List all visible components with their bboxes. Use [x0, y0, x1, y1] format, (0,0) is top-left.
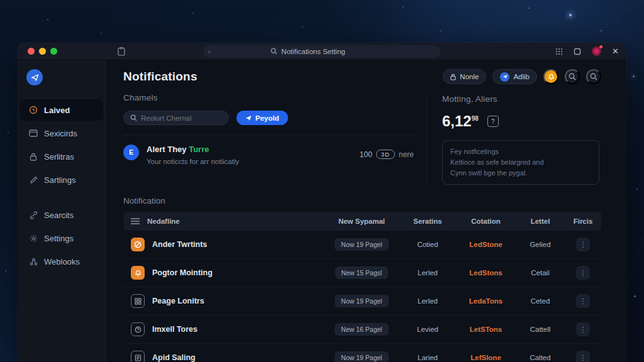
row-status: Laried — [399, 354, 456, 361]
star — [440, 30, 441, 31]
none-button-label: Nonle — [460, 73, 479, 80]
none-button[interactable]: Nonle — [443, 69, 486, 84]
titlebar-search[interactable]: ‹ — [203, 45, 441, 58]
row-badge: Now 19 Pagel — [335, 295, 388, 307]
adlib-avatar-icon — [500, 72, 509, 82]
table-row[interactable]: Pogtor Mointing New 15 Pagsl Lerled LedS… — [123, 259, 601, 287]
page-title: Notifications — [123, 70, 197, 84]
peyold-button[interactable]: Peyold — [236, 111, 288, 125]
sidebar-divider — [18, 192, 105, 202]
alert-channel-row[interactable]: E Alert They Turre Your noticcts for arr… — [123, 145, 414, 165]
table-row[interactable]: Peage Lonitrs Now 19 Pagel Lerled LedaTo… — [123, 287, 601, 315]
adlib-button[interactable]: Adlib — [492, 69, 537, 84]
row-status: Lerled — [399, 297, 456, 305]
table-row[interactable]: Ander Twrtints Now 19 Pagel Cotied LedSt… — [123, 231, 601, 259]
titlebar-search-input[interactable] — [281, 48, 375, 55]
sidebar-nav: Laived Sexicirds S — [18, 99, 105, 272]
row-name: Apid Saling — [152, 353, 196, 362]
link-icon — [28, 211, 38, 219]
row-status: Lerled — [399, 269, 456, 277]
row-menu-button[interactable]: ⋮ — [576, 266, 590, 280]
stats-heading: Motting, Aliers — [442, 94, 601, 104]
record-status-icon[interactable] — [592, 47, 601, 56]
row-level: Calted — [516, 354, 565, 361]
sidebar-item-serlitras[interactable]: Serlitras — [19, 146, 103, 167]
row-menu-button[interactable]: ⋮ — [576, 351, 590, 362]
bell-button[interactable] — [543, 69, 558, 84]
document-square-icon — [131, 351, 145, 362]
star — [47, 19, 48, 20]
close-window-button[interactable] — [28, 48, 35, 55]
sidebar-item-label: Searcits — [44, 211, 74, 220]
star — [569, 14, 572, 16]
search-button-secondary[interactable] — [586, 69, 601, 84]
sidebar-item-label: Sartlings — [44, 175, 76, 185]
search-icon — [270, 48, 277, 55]
row-level: Cattell — [516, 326, 565, 333]
channel-title: Alert They Turre — [147, 145, 239, 154]
channels-section: Chamels — [123, 93, 426, 185]
search-button[interactable] — [565, 69, 580, 84]
clipboard-icon[interactable] — [118, 47, 125, 56]
channel-search-field[interactable] — [123, 111, 229, 125]
bell-square-icon — [131, 266, 145, 280]
row-menu-button[interactable]: ⋮ — [576, 294, 590, 308]
close-icon[interactable]: ✕ — [612, 47, 619, 56]
minimize-window-button[interactable] — [39, 48, 46, 55]
channels-heading: Chamels — [123, 93, 414, 102]
column-header-location: Cotation — [456, 217, 516, 225]
star — [528, 8, 530, 9]
row-location: LedStons — [456, 269, 516, 277]
sidebar-item-laived[interactable]: Laived — [19, 99, 103, 121]
face-square-icon — [131, 322, 145, 336]
row-location: LefSlone — [456, 354, 516, 361]
grid-square-icon — [131, 294, 145, 308]
app-logo[interactable] — [26, 69, 43, 85]
row-name: Ander Twrtints — [152, 240, 207, 249]
lock-icon — [28, 153, 38, 161]
sidebar-item-settings[interactable]: Settings — [19, 228, 103, 249]
column-header-status: Seratins — [399, 217, 456, 225]
clock-circle-icon — [28, 106, 38, 114]
row-badge: Now 19 Pagel — [335, 351, 388, 362]
row-status: Levied — [399, 326, 456, 333]
app-grid-icon[interactable] — [555, 48, 563, 55]
sidebar-item-weblooks[interactable]: Weblooks — [19, 251, 103, 272]
maximize-icon[interactable] — [574, 48, 581, 55]
sidebar-item-searcits[interactable]: Searcits — [19, 204, 103, 226]
channel-meta: 100 3D nere — [360, 150, 414, 159]
column-header-badge: New Sypamal — [324, 217, 399, 225]
stats-panel: Motting, Aliers 6,1298 ? Fey notficeting… — [426, 93, 601, 185]
sidebar-item-sexicirds[interactable]: Sexicirds — [19, 123, 103, 144]
sidebar-item-sartlings[interactable]: Sartlings — [19, 169, 103, 190]
row-menu-button[interactable]: ⋮ — [576, 322, 590, 336]
row-level: Ceted — [516, 297, 565, 305]
webhook-icon — [28, 258, 38, 266]
notifications-table: Nedafline New Sypamal Seratins Cotation … — [123, 212, 601, 362]
row-badge: Now 19 Pagel — [335, 238, 388, 251]
sidebar-item-label: Settings — [44, 234, 74, 243]
row-location: LedStone — [456, 241, 516, 248]
search-icon — [130, 114, 137, 121]
column-header-actions: Fircis — [565, 217, 601, 225]
row-menu-button[interactable]: ⋮ — [576, 238, 590, 251]
table-row[interactable]: Imxell Tores New 16 Pagel Levied LetSTon… — [123, 315, 601, 344]
help-icon[interactable]: ? — [487, 116, 499, 127]
back-chevron-icon[interactable]: ‹ — [208, 48, 211, 55]
sidebar-item-label: Sexicirds — [44, 129, 77, 138]
gear-icon — [28, 234, 38, 243]
zoom-window-button[interactable] — [50, 48, 57, 55]
channel-title-highlight: Turre — [189, 145, 209, 154]
main-header: Notifications Nonle — [123, 69, 601, 84]
channel-search-input[interactable] — [141, 114, 216, 122]
titlebar: ‹ — [18, 43, 626, 60]
hamburger-icon[interactable] — [131, 218, 140, 224]
row-level: Cetail — [516, 269, 565, 277]
star — [101, 33, 102, 34]
channel-avatar: E — [123, 145, 139, 160]
row-badge: New 16 Pagel — [335, 323, 388, 336]
table-row[interactable]: Apid Saling Now 19 Pagel Laried LefSlone… — [123, 344, 601, 362]
ban-circle-icon — [131, 238, 145, 251]
star — [302, 26, 303, 28]
app-window: ‹ — [18, 43, 626, 362]
